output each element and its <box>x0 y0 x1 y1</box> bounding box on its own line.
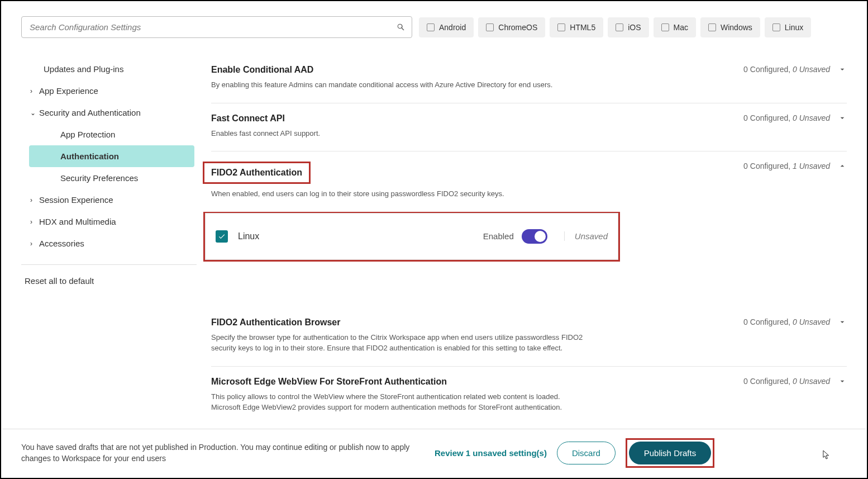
filter-windows[interactable]: Windows <box>700 17 760 37</box>
toggle-knob <box>535 231 546 242</box>
setting-desc: When enabled, end users can log in to th… <box>211 188 591 200</box>
setting-info: FIDO2 Authentication When enabled, end u… <box>211 162 732 200</box>
setting-title: Fast Connect API <box>211 113 732 124</box>
platform-row-linux: Linux Enabled Unsaved <box>205 213 618 260</box>
filter-linux[interactable]: Linux <box>765 17 811 37</box>
search-icon <box>397 23 406 32</box>
filter-ios[interactable]: iOS <box>608 17 648 37</box>
checkbox-icon <box>486 23 494 31</box>
checkbox-icon <box>616 23 623 31</box>
nav-app-protection[interactable]: App Protection <box>29 124 194 145</box>
search-input[interactable] <box>21 16 412 38</box>
sidebar: Updates and Plug-ins ›App Experience ⌄Se… <box>21 44 200 434</box>
checkbox-icon <box>661 23 669 31</box>
setting-head: Fast Connect API Enables fast connect AP… <box>211 113 847 139</box>
publish-button-highlight: Publish Drafts <box>626 438 714 468</box>
discard-button[interactable]: Discard <box>557 442 616 464</box>
setting-head: Enable Conditional AAD By enabling this … <box>211 65 847 91</box>
setting-meta: 0 Configured, 0 Unsaved <box>743 113 847 122</box>
setting-meta: 0 Configured, 0 Unsaved <box>743 317 847 326</box>
check-icon <box>218 233 226 240</box>
chevron-right-icon: › <box>30 240 36 248</box>
footer-bar: You have saved drafts that are not yet p… <box>2 429 866 477</box>
search-wrapper <box>21 16 412 38</box>
platform-label: Linux <box>238 231 483 241</box>
nav-updates[interactable]: Updates and Plug-ins <box>21 58 200 80</box>
setting-info: Enable Conditional AAD By enabling this … <box>211 65 732 91</box>
setting-head: FIDO2 Authentication Browser Specify the… <box>211 317 847 354</box>
setting-title: FIDO2 Authentication Browser <box>211 317 732 328</box>
filter-chromeos[interactable]: ChromeOS <box>478 17 545 37</box>
nav-accessories[interactable]: ›Accessories <box>21 233 200 254</box>
nav-app-experience[interactable]: ›App Experience <box>21 80 200 102</box>
settings-content: Enable Conditional AAD By enabling this … <box>200 44 847 434</box>
setting-desc: Enables fast connect API support. <box>211 128 591 139</box>
chevron-right-icon: › <box>30 218 36 226</box>
nav-hdx[interactable]: ›HDX and Multimedia <box>21 211 200 233</box>
setting-meta: 0 Configured, 1 Unsaved <box>743 162 847 170</box>
setting-title: Microsoft Edge WebView For StoreFront Au… <box>211 377 732 387</box>
setting-info: Fast Connect API Enables fast connect AP… <box>211 113 732 139</box>
setting-title-highlighted: FIDO2 Authentication <box>203 162 311 184</box>
platform-checkbox[interactable] <box>216 230 228 243</box>
chevron-down-icon[interactable] <box>838 113 847 122</box>
sidebar-divider <box>21 264 197 265</box>
setting-fido2: FIDO2 Authentication When enabled, end u… <box>211 151 847 274</box>
reset-all-link[interactable]: Reset all to default <box>21 273 200 289</box>
nav-authentication[interactable]: Authentication <box>29 145 194 167</box>
main-area: Updates and Plug-ins ›App Experience ⌄Se… <box>1 44 867 434</box>
chevron-down-icon[interactable] <box>838 317 847 326</box>
nav-security-prefs[interactable]: Security Preferences <box>29 167 194 189</box>
nav-security[interactable]: ⌄Security and Authentication <box>21 102 200 124</box>
chevron-down-icon[interactable] <box>838 65 847 74</box>
setting-head: Microsoft Edge WebView For StoreFront Au… <box>211 377 847 413</box>
platform-status: Unsaved <box>564 231 608 241</box>
setting-desc: This policy allows to control the WebVie… <box>211 391 591 413</box>
setting-title: Enable Conditional AAD <box>211 65 732 75</box>
setting-fido2-browser: FIDO2 Authentication Browser Specify the… <box>211 307 847 367</box>
filter-html5[interactable]: HTML5 <box>550 17 603 37</box>
checkbox-icon <box>557 23 565 31</box>
setting-aad: Enable Conditional AAD By enabling this … <box>211 55 847 103</box>
enabled-toggle[interactable] <box>522 229 547 244</box>
checkbox-icon <box>427 23 435 31</box>
setting-info: FIDO2 Authentication Browser Specify the… <box>211 317 732 354</box>
toggle-area: Enabled <box>483 229 547 244</box>
chevron-right-icon: › <box>30 87 36 95</box>
top-bar: Android ChromeOS HTML5 iOS Mac Windows L… <box>1 1 867 44</box>
nav-session-experience[interactable]: ›Session Experience <box>21 189 200 211</box>
toggle-label: Enabled <box>483 231 514 241</box>
setting-info: Microsoft Edge WebView For StoreFront Au… <box>211 377 732 413</box>
setting-meta: 0 Configured, 0 Unsaved <box>743 65 847 74</box>
publish-drafts-button[interactable]: Publish Drafts <box>629 442 711 464</box>
setting-desc: By enabling this feature Admins can mand… <box>211 79 591 91</box>
setting-desc: Specify the browser type for authenticat… <box>211 332 591 354</box>
setting-edge-webview: Microsoft Edge WebView For StoreFront Au… <box>211 367 847 425</box>
filter-mac[interactable]: Mac <box>654 17 696 37</box>
platform-filters: Android ChromeOS HTML5 iOS Mac Windows L… <box>419 17 811 37</box>
chevron-right-icon: › <box>30 196 36 204</box>
checkbox-icon <box>772 23 780 31</box>
setting-head: FIDO2 Authentication When enabled, end u… <box>211 162 847 200</box>
platform-row-highlighted: Linux Enabled Unsaved <box>203 212 620 262</box>
chevron-down-icon: ⌄ <box>30 109 36 117</box>
chevron-down-icon[interactable] <box>838 377 847 386</box>
checkbox-icon <box>708 23 716 31</box>
chevron-up-icon[interactable] <box>838 162 847 170</box>
review-unsaved-link[interactable]: Review 1 unsaved setting(s) <box>435 448 547 458</box>
filter-android[interactable]: Android <box>419 17 474 37</box>
footer-message: You have saved drafts that are not yet p… <box>21 442 435 464</box>
setting-meta: 0 Configured, 0 Unsaved <box>743 377 847 386</box>
setting-fast-connect: Fast Connect API Enables fast connect AP… <box>211 103 847 152</box>
footer-actions: Review 1 unsaved setting(s) Discard Publ… <box>435 438 714 468</box>
